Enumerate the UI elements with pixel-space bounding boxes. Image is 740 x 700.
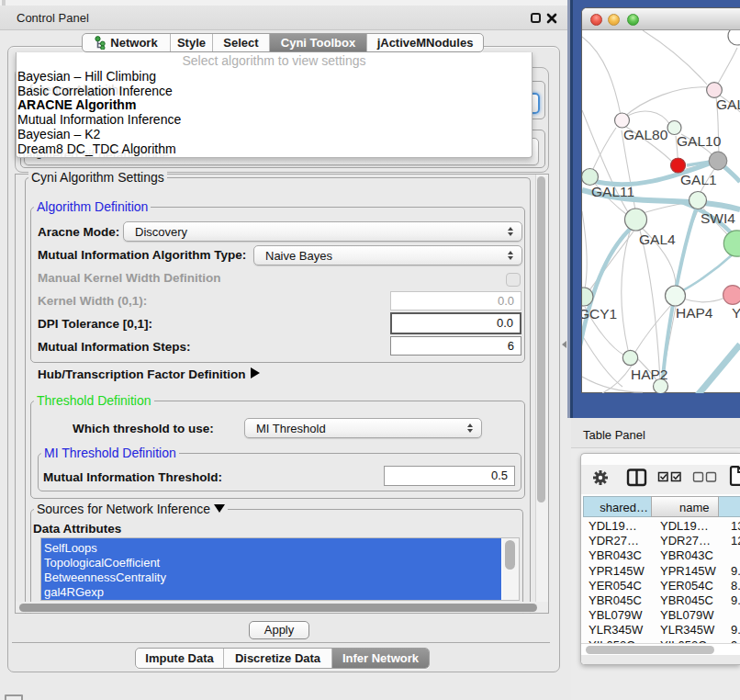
svg-text:GAL11: GAL11: [591, 184, 634, 199]
svg-text:GAL80: GAL80: [623, 127, 668, 142]
svg-text:GAL10: GAL10: [677, 133, 722, 149]
svg-text:HAP2: HAP2: [631, 367, 668, 382]
svg-text:GAL4: GAL4: [639, 231, 676, 247]
svg-text:SWI4: SWI4: [701, 210, 735, 226]
svg-text:GCY1: GCY1: [582, 306, 617, 322]
svg-text:GAL: GAL: [716, 96, 740, 112]
svg-text:GAL1: GAL1: [680, 172, 717, 187]
svg-text:Y: Y: [732, 305, 740, 321]
svg-text:HAP4: HAP4: [676, 305, 713, 321]
